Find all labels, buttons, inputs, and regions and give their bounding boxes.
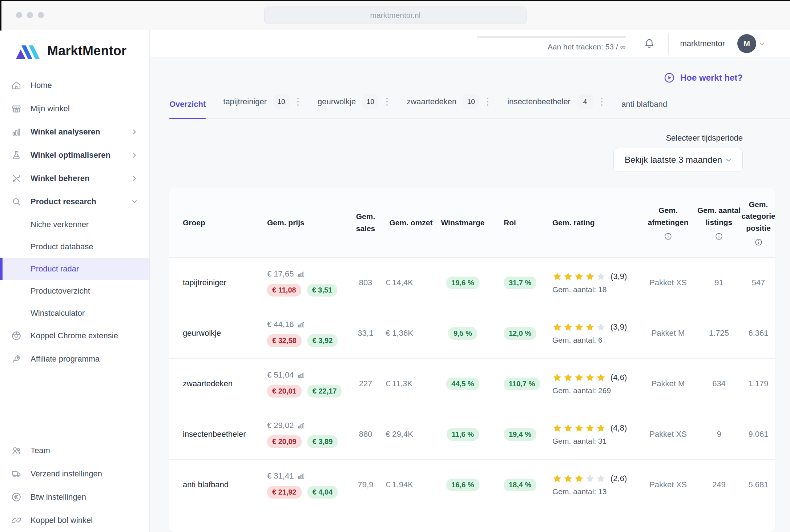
avg-sales-cell: 803 xyxy=(346,278,386,287)
rating-cell: (4,8)Gem. aantal: 31 xyxy=(544,423,640,446)
tab-insectenbeetheler[interactable]: insectenbeetheler4 xyxy=(507,94,604,118)
table-row[interactable]: anti blafband€ 31,41€ 21,92€ 4,0479,9€ 1… xyxy=(169,459,775,510)
account-menu[interactable]: marktmentor M xyxy=(680,34,766,53)
avg-revenue-cell: € 1,94K xyxy=(386,480,436,489)
listings-count: 1.725 xyxy=(709,329,729,338)
sidebar-item-btw-instellingen[interactable]: Btw instellingen xyxy=(0,485,149,509)
table-row[interactable]: geurwolkje€ 44,16€ 32,58€ 3,9233,1€ 1,36… xyxy=(169,308,775,358)
tab-zwaartedeken[interactable]: zwaartedeken10 xyxy=(407,94,490,118)
sidebar-item-affiliate-programma[interactable]: Affiliate programma xyxy=(0,347,149,371)
table-row[interactable]: tapijtreiniger€ 17,65€ 11,08€ 3,51803€ 1… xyxy=(169,258,775,308)
price-pills: € 32,58€ 3,92 xyxy=(267,334,338,347)
tab-kebab-icon[interactable] xyxy=(600,96,604,107)
margin-badge: 16,6 % xyxy=(446,479,479,491)
rating-cell: (4,6)Gem. aantal: 269 xyxy=(544,373,640,395)
star-empty-icon xyxy=(596,272,606,282)
info-icon[interactable] xyxy=(714,232,724,241)
star-filled-icon xyxy=(585,423,595,433)
table-row[interactable]: insectenbeetheler€ 29,02€ 20,09€ 3,89880… xyxy=(169,409,775,459)
sidebar-subitem-product-radar[interactable]: Product radar xyxy=(0,258,149,280)
sidebar-subitem-product-database[interactable]: Product database xyxy=(0,235,149,258)
link-icon xyxy=(11,515,22,526)
roi-cell: 12,0 % xyxy=(489,327,544,340)
sidebar-item-product-research[interactable]: Product research xyxy=(0,190,149,213)
usage-progress-bar xyxy=(477,36,626,38)
tab-kebab-icon[interactable] xyxy=(296,96,300,107)
url-bar[interactable]: marktmentor.nl xyxy=(264,7,527,24)
tab-count-badge: 4 xyxy=(577,94,593,109)
rating-value: (4,8) xyxy=(610,423,627,433)
sidebar-item-verzend-instellingen[interactable]: Verzend instellingen xyxy=(0,462,149,485)
star-filled-icon xyxy=(585,322,595,332)
price-history-icon[interactable] xyxy=(297,270,305,278)
rating-value: (2,6) xyxy=(610,474,627,483)
price-history-icon[interactable] xyxy=(297,371,305,379)
sidebar-subitem-productoverzicht[interactable]: Productoverzicht xyxy=(0,280,149,302)
group-name-cell: anti blafband xyxy=(169,480,262,489)
tab-label: insectenbeetheler xyxy=(507,97,571,106)
tab-count-badge: 10 xyxy=(273,94,289,109)
play-circle-icon xyxy=(664,72,675,84)
column-header-label: Gem. omzet xyxy=(389,217,432,229)
column-header-label: Winstmarge xyxy=(441,217,484,229)
avg-review-count: Gem. aantal: 269 xyxy=(552,386,611,395)
avatar: M xyxy=(737,34,756,53)
cost-pill: € 11,08 xyxy=(267,284,301,297)
price-history-icon[interactable] xyxy=(297,422,305,430)
table-row[interactable]: zwaartedeken€ 51,04€ 20,01€ 22,17227€ 11… xyxy=(169,358,775,409)
tab-kebab-icon[interactable] xyxy=(385,96,389,107)
sidebar-item-team[interactable]: Team xyxy=(0,439,149,462)
group-tabs: Overzichttapijtreiniger10geurwolkje10zwa… xyxy=(169,94,790,119)
margin-cell: 16,6 % xyxy=(436,479,489,491)
price-history-icon[interactable] xyxy=(297,472,305,480)
tab-geurwolkje[interactable]: geurwolkje10 xyxy=(318,94,389,118)
star-filled-icon xyxy=(552,474,562,484)
info-icon[interactable] xyxy=(664,232,673,241)
sidebar-item-koppel-chrome-extensie[interactable]: Koppel Chrome extensie xyxy=(0,324,149,347)
sidebar-item-home[interactable]: Home xyxy=(0,74,149,97)
page-content: Hoe werkt het? Overzichttapijtreiniger10… xyxy=(150,57,790,532)
price-pills: € 11,08€ 3,51 xyxy=(267,284,337,297)
sidebar-item-koppel-bol-winkel[interactable]: Koppel bol winkel xyxy=(0,509,149,532)
brand-name: MarktMentor xyxy=(47,43,126,59)
avg-price-value: € 17,65 xyxy=(267,269,294,279)
sidebar-item-winkel-beheren[interactable]: Winkel beheren xyxy=(0,167,149,190)
tab-overzicht[interactable]: Overzicht xyxy=(169,100,206,118)
main-area: Aan het tracken: 53 / ∞ marktmentor M xyxy=(150,30,790,532)
sidebar-spacer xyxy=(0,371,149,439)
roi-cell: 31,7 % xyxy=(489,277,544,289)
sidebar-item-winkel-optimaliseren[interactable]: Winkel optimaliseren xyxy=(0,144,149,167)
star-filled-icon xyxy=(563,474,573,484)
bell-icon[interactable] xyxy=(643,37,656,50)
price-history-icon[interactable] xyxy=(297,321,305,329)
avg-review-count: Gem. aantal: 6 xyxy=(552,336,602,344)
sidebar-item-label: Winkel optimaliseren xyxy=(31,150,110,160)
brand-logo[interactable]: MarktMentor xyxy=(0,43,149,59)
package-size-cell: Pakket XS xyxy=(640,480,696,489)
sidebar-item-mijn-winkel[interactable]: Mijn winkel xyxy=(0,97,149,120)
sidebar-subitem-winstcalculator[interactable]: Winstcalculator xyxy=(0,302,149,324)
column-header-gem-omzet: Gem. omzet xyxy=(386,217,436,229)
tab-anti-blafband[interactable]: anti blafband xyxy=(621,100,667,118)
group-name-cell: zwaartedeken xyxy=(169,379,262,388)
sidebar-subitem-niche-verkenner[interactable]: Niche verkenner xyxy=(0,213,149,235)
tab-kebab-icon[interactable] xyxy=(485,96,490,107)
column-header-roi: Roi xyxy=(489,217,544,229)
info-icon[interactable] xyxy=(754,238,763,247)
sidebar-item-winkel-analyseren[interactable]: Winkel analyseren xyxy=(0,120,149,144)
listings-count: 9 xyxy=(717,430,721,439)
avg-revenue: € 11,3K xyxy=(386,379,412,388)
star-filled-icon xyxy=(596,373,606,383)
sidebar-item-label: Home xyxy=(31,81,52,90)
price-cell: € 31,41€ 21,92€ 4,04 xyxy=(262,471,346,499)
tab-tapijtreiniger[interactable]: tapijtreiniger10 xyxy=(223,94,300,118)
tab-label: geurwolkje xyxy=(318,97,356,106)
margin-badge: 44,5 % xyxy=(446,378,479,390)
rating-value: (4,6) xyxy=(610,373,627,382)
avg-revenue: € 14,4K xyxy=(386,278,413,287)
sidebar-subitem-label: Product radar xyxy=(31,264,79,274)
window-edge xyxy=(0,0,790,1)
roi-cell: 110,7 % xyxy=(489,378,544,390)
how-it-works-link[interactable]: Hoe werkt het? xyxy=(664,72,743,84)
period-dropdown[interactable]: Bekijk laatste 3 maanden xyxy=(613,148,743,172)
